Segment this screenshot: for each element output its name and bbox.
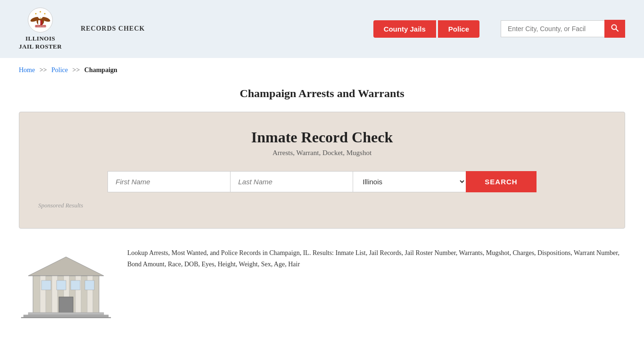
police-button[interactable]: Police	[438, 20, 479, 38]
sponsored-label: Sponsored Results	[38, 202, 606, 209]
first-name-input[interactable]	[107, 171, 230, 192]
logo-text: ILLINOIS JAIL ROSTER	[19, 35, 62, 51]
state-select[interactable]: AlabamaAlaskaArizonaArkansasCaliforniaCo…	[353, 171, 466, 192]
county-jails-button[interactable]: County Jails	[373, 20, 436, 38]
header-search	[501, 20, 625, 38]
bottom-section: Lookup Arrests, Most Wanted, and Police …	[0, 229, 644, 334]
svg-text:STATE SOVEREIGNTY: STATE SOVEREIGNTY	[32, 25, 50, 27]
breadcrumb-sep1: >>	[40, 66, 47, 74]
svg-rect-25	[21, 317, 111, 318]
svg-point-10	[40, 11, 41, 13]
record-check-subtitle: Arrests, Warrant, Docket, Mugshot	[38, 149, 606, 157]
header-search-input[interactable]	[501, 20, 604, 37]
record-search-button[interactable]: SEARCH	[466, 171, 536, 192]
svg-point-9	[44, 13, 46, 15]
header-search-button[interactable]	[604, 20, 625, 38]
building-illustration	[19, 243, 113, 320]
breadcrumb-police[interactable]: Police	[51, 66, 68, 74]
main-nav: County Jails Police	[373, 20, 479, 38]
svg-point-8	[35, 13, 37, 15]
svg-rect-22	[59, 297, 73, 313]
page-title-area: Champaign Arrests and Warrants	[0, 82, 644, 112]
svg-rect-23	[28, 313, 104, 315]
records-check-label: RECORDS CHECK	[81, 25, 145, 33]
svg-rect-27	[57, 280, 66, 290]
illinois-seal-icon: STATE SOVEREIGNTY	[27, 7, 53, 33]
svg-rect-7	[38, 20, 41, 25]
breadcrumb: Home >> Police >> Champaign	[0, 58, 644, 82]
svg-rect-29	[85, 280, 94, 290]
svg-rect-24	[24, 315, 108, 317]
record-search-row: AlabamaAlaskaArizonaArkansasCaliforniaCo…	[38, 171, 606, 192]
svg-rect-28	[71, 280, 80, 290]
record-check-box: Inmate Record Check Arrests, Warrant, Do…	[19, 112, 625, 229]
svg-line-14	[616, 29, 619, 32]
search-icon	[611, 24, 619, 32]
building-icon	[19, 243, 113, 318]
svg-rect-26	[41, 280, 51, 290]
record-check-title: Inmate Record Check	[38, 129, 606, 146]
breadcrumb-sep2: >>	[73, 66, 80, 74]
breadcrumb-current: Champaign	[84, 66, 117, 74]
page-title: Champaign Arrests and Warrants	[19, 87, 625, 100]
last-name-input[interactable]	[230, 171, 353, 192]
logo-link[interactable]: STATE SOVEREIGNTY ILLINOIS JAIL ROSTER	[19, 7, 62, 51]
header: STATE SOVEREIGNTY ILLINOIS JAIL ROSTER R…	[0, 0, 644, 58]
svg-marker-16	[28, 257, 104, 276]
breadcrumb-home[interactable]: Home	[19, 66, 35, 74]
building-description: Lookup Arrests, Most Wanted, and Police …	[127, 243, 625, 270]
